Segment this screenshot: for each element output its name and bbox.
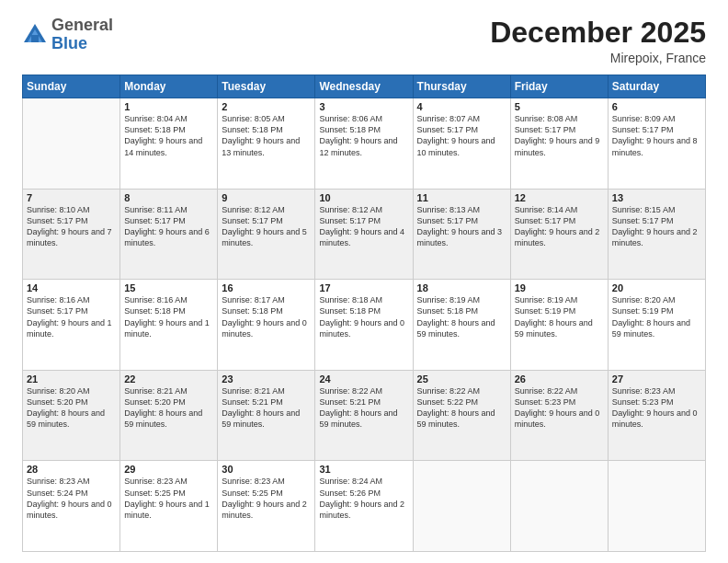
day-info: Sunrise: 8:14 AM Sunset: 5:17 PM Dayligh… bbox=[515, 204, 604, 249]
calendar-week-row-3: 21Sunrise: 8:20 AM Sunset: 5:20 PM Dayli… bbox=[23, 370, 706, 461]
day-info: Sunrise: 8:08 AM Sunset: 5:17 PM Dayligh… bbox=[515, 113, 604, 158]
calendar-cell-w2-d0: 14Sunrise: 8:16 AM Sunset: 5:17 PM Dayli… bbox=[23, 280, 120, 371]
calendar-cell-w4-d0: 28Sunrise: 8:23 AM Sunset: 5:24 PM Dayli… bbox=[23, 461, 120, 552]
day-info: Sunrise: 8:23 AM Sunset: 5:24 PM Dayligh… bbox=[27, 476, 116, 521]
calendar-cell-w3-d4: 25Sunrise: 8:22 AM Sunset: 5:22 PM Dayli… bbox=[413, 370, 510, 461]
day-info: Sunrise: 8:11 AM Sunset: 5:17 PM Dayligh… bbox=[124, 204, 213, 249]
calendar-cell-w1-d2: 9Sunrise: 8:12 AM Sunset: 5:17 PM Daylig… bbox=[218, 189, 315, 280]
col-sunday: Sunday bbox=[23, 75, 120, 98]
day-info: Sunrise: 8:18 AM Sunset: 5:18 PM Dayligh… bbox=[319, 294, 408, 339]
calendar-body: 1Sunrise: 8:04 AM Sunset: 5:18 PM Daylig… bbox=[23, 98, 706, 552]
day-number: 19 bbox=[515, 282, 604, 293]
day-number: 4 bbox=[417, 101, 506, 112]
day-info: Sunrise: 8:23 AM Sunset: 5:25 PM Dayligh… bbox=[222, 476, 311, 521]
calendar-week-row-4: 28Sunrise: 8:23 AM Sunset: 5:24 PM Dayli… bbox=[23, 461, 706, 552]
calendar-cell-w3-d6: 27Sunrise: 8:23 AM Sunset: 5:23 PM Dayli… bbox=[608, 370, 705, 461]
day-info: Sunrise: 8:22 AM Sunset: 5:22 PM Dayligh… bbox=[417, 385, 506, 431]
day-number: 12 bbox=[515, 192, 604, 203]
col-wednesday: Wednesday bbox=[315, 75, 413, 98]
calendar-cell-w0-d2: 2Sunrise: 8:05 AM Sunset: 5:18 PM Daylig… bbox=[218, 98, 315, 190]
calendar-cell-w1-d1: 8Sunrise: 8:11 AM Sunset: 5:17 PM Daylig… bbox=[120, 189, 218, 280]
calendar-cell-w3-d1: 22Sunrise: 8:21 AM Sunset: 5:20 PM Dayli… bbox=[120, 370, 218, 461]
calendar-cell-w0-d0 bbox=[23, 98, 120, 190]
day-number: 21 bbox=[27, 373, 116, 385]
calendar-cell-w1-d3: 10Sunrise: 8:12 AM Sunset: 5:17 PM Dayli… bbox=[315, 189, 413, 280]
day-number: 10 bbox=[319, 192, 408, 203]
calendar-cell-w4-d1: 29Sunrise: 8:23 AM Sunset: 5:25 PM Dayli… bbox=[120, 461, 218, 552]
col-friday: Friday bbox=[510, 75, 608, 98]
day-number: 13 bbox=[612, 192, 701, 203]
day-info: Sunrise: 8:09 AM Sunset: 5:17 PM Dayligh… bbox=[612, 113, 701, 158]
day-number: 30 bbox=[222, 464, 311, 475]
day-info: Sunrise: 8:21 AM Sunset: 5:21 PM Dayligh… bbox=[222, 385, 311, 431]
calendar-cell-w0-d5: 5Sunrise: 8:08 AM Sunset: 5:17 PM Daylig… bbox=[510, 98, 608, 190]
day-number: 28 bbox=[27, 464, 116, 475]
month-title: December 2025 bbox=[490, 17, 706, 49]
day-number: 3 bbox=[319, 101, 408, 112]
day-number: 27 bbox=[612, 373, 701, 385]
calendar-cell-w1-d0: 7Sunrise: 8:10 AM Sunset: 5:17 PM Daylig… bbox=[23, 189, 120, 280]
day-number: 9 bbox=[222, 192, 311, 203]
day-info: Sunrise: 8:20 AM Sunset: 5:19 PM Dayligh… bbox=[612, 294, 701, 339]
day-info: Sunrise: 8:16 AM Sunset: 5:17 PM Dayligh… bbox=[27, 294, 116, 339]
calendar-cell-w4-d4 bbox=[413, 461, 510, 552]
day-info: Sunrise: 8:19 AM Sunset: 5:18 PM Dayligh… bbox=[417, 294, 506, 339]
calendar-cell-w4-d2: 30Sunrise: 8:23 AM Sunset: 5:25 PM Dayli… bbox=[218, 461, 315, 552]
col-thursday: Thursday bbox=[413, 75, 510, 98]
day-number: 8 bbox=[124, 192, 213, 203]
day-number: 26 bbox=[515, 373, 604, 385]
calendar-cell-w0-d3: 3Sunrise: 8:06 AM Sunset: 5:18 PM Daylig… bbox=[315, 98, 413, 190]
day-info: Sunrise: 8:20 AM Sunset: 5:20 PM Dayligh… bbox=[27, 385, 116, 431]
day-info: Sunrise: 8:12 AM Sunset: 5:17 PM Dayligh… bbox=[222, 204, 311, 249]
header: General Blue December 2025 Mirepoix, Fra… bbox=[22, 17, 706, 65]
calendar-cell-w2-d3: 17Sunrise: 8:18 AM Sunset: 5:18 PM Dayli… bbox=[315, 280, 413, 371]
day-info: Sunrise: 8:06 AM Sunset: 5:18 PM Dayligh… bbox=[319, 113, 408, 158]
day-number: 1 bbox=[124, 101, 213, 112]
day-number: 7 bbox=[27, 192, 116, 203]
day-number: 22 bbox=[124, 373, 213, 385]
calendar-cell-w2-d2: 16Sunrise: 8:17 AM Sunset: 5:18 PM Dayli… bbox=[218, 280, 315, 371]
day-number: 31 bbox=[319, 464, 408, 475]
day-info: Sunrise: 8:22 AM Sunset: 5:21 PM Dayligh… bbox=[319, 385, 408, 431]
day-number: 20 bbox=[612, 282, 701, 293]
day-info: Sunrise: 8:24 AM Sunset: 5:26 PM Dayligh… bbox=[319, 476, 408, 521]
calendar-cell-w1-d5: 12Sunrise: 8:14 AM Sunset: 5:17 PM Dayli… bbox=[510, 189, 608, 280]
calendar-cell-w4-d5 bbox=[510, 461, 608, 552]
day-info: Sunrise: 8:16 AM Sunset: 5:18 PM Dayligh… bbox=[124, 294, 213, 339]
day-info: Sunrise: 8:23 AM Sunset: 5:23 PM Dayligh… bbox=[612, 385, 701, 431]
day-number: 14 bbox=[27, 282, 116, 293]
calendar-cell-w1-d4: 11Sunrise: 8:13 AM Sunset: 5:17 PM Dayli… bbox=[413, 189, 510, 280]
logo-general: General bbox=[51, 16, 113, 34]
col-saturday: Saturday bbox=[608, 75, 705, 98]
calendar-cell-w1-d6: 13Sunrise: 8:15 AM Sunset: 5:17 PM Dayli… bbox=[608, 189, 705, 280]
calendar-cell-w3-d2: 23Sunrise: 8:21 AM Sunset: 5:21 PM Dayli… bbox=[218, 370, 315, 461]
location: Mirepoix, France bbox=[490, 51, 706, 65]
day-number: 18 bbox=[417, 282, 506, 293]
calendar-week-row-2: 14Sunrise: 8:16 AM Sunset: 5:17 PM Dayli… bbox=[23, 280, 706, 371]
logo-icon bbox=[22, 22, 48, 48]
calendar-cell-w0-d4: 4Sunrise: 8:07 AM Sunset: 5:17 PM Daylig… bbox=[413, 98, 510, 190]
calendar-cell-w4-d3: 31Sunrise: 8:24 AM Sunset: 5:26 PM Dayli… bbox=[315, 461, 413, 552]
logo-text: General Blue bbox=[51, 17, 113, 53]
day-number: 17 bbox=[319, 282, 408, 293]
calendar-week-row-0: 1Sunrise: 8:04 AM Sunset: 5:18 PM Daylig… bbox=[23, 98, 706, 190]
day-number: 29 bbox=[124, 464, 213, 475]
day-number: 15 bbox=[124, 282, 213, 293]
calendar-week-row-1: 7Sunrise: 8:10 AM Sunset: 5:17 PM Daylig… bbox=[23, 189, 706, 280]
logo: General Blue bbox=[22, 17, 113, 53]
page: General Blue December 2025 Mirepoix, Fra… bbox=[0, 0, 728, 563]
calendar-cell-w3-d5: 26Sunrise: 8:22 AM Sunset: 5:23 PM Dayli… bbox=[510, 370, 608, 461]
day-number: 6 bbox=[612, 101, 701, 112]
svg-rect-2 bbox=[31, 35, 39, 42]
col-tuesday: Tuesday bbox=[218, 75, 315, 98]
day-number: 25 bbox=[417, 373, 506, 385]
calendar-cell-w2-d1: 15Sunrise: 8:16 AM Sunset: 5:18 PM Dayli… bbox=[120, 280, 218, 371]
calendar-header-row: Sunday Monday Tuesday Wednesday Thursday… bbox=[23, 75, 706, 98]
day-info: Sunrise: 8:21 AM Sunset: 5:20 PM Dayligh… bbox=[124, 385, 213, 431]
day-number: 24 bbox=[319, 373, 408, 385]
day-info: Sunrise: 8:15 AM Sunset: 5:17 PM Dayligh… bbox=[612, 204, 701, 249]
calendar-cell-w0-d6: 6Sunrise: 8:09 AM Sunset: 5:17 PM Daylig… bbox=[608, 98, 705, 190]
calendar: Sunday Monday Tuesday Wednesday Thursday… bbox=[22, 75, 706, 552]
calendar-cell-w3-d3: 24Sunrise: 8:22 AM Sunset: 5:21 PM Dayli… bbox=[315, 370, 413, 461]
day-info: Sunrise: 8:12 AM Sunset: 5:17 PM Dayligh… bbox=[319, 204, 408, 249]
